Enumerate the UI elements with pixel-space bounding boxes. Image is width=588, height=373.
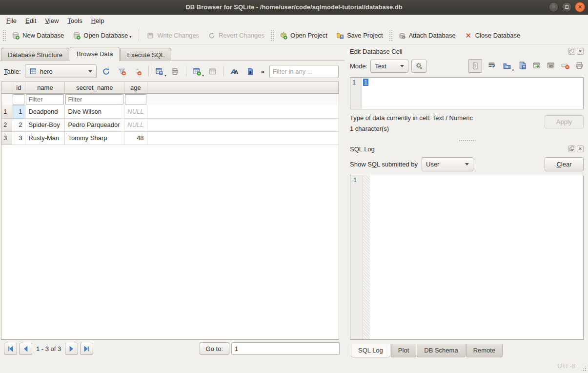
- print-button[interactable]: [169, 65, 181, 77]
- row-number[interactable]: 3: [1, 131, 12, 145]
- apply-button[interactable]: Apply: [545, 115, 584, 128]
- log-content[interactable]: [370, 175, 583, 339]
- delete-record-button[interactable]: [207, 65, 219, 77]
- export-data-button[interactable]: [518, 61, 527, 71]
- encoding-indicator[interactable]: UTF-8: [557, 362, 575, 370]
- corner-header[interactable]: [1, 82, 12, 93]
- revert-changes-button[interactable]: Revert Changes: [203, 29, 269, 42]
- mode-select[interactable]: Text: [370, 60, 408, 73]
- table-select[interactable]: hero: [25, 64, 97, 78]
- cell-name[interactable]: Spider-Boy: [25, 118, 65, 131]
- cell-secret-name[interactable]: Dive Wilson: [65, 105, 124, 118]
- row-number[interactable]: 2: [1, 118, 12, 131]
- filter-input-id[interactable]: [13, 94, 24, 104]
- goto-button[interactable]: Go to:: [200, 342, 229, 355]
- new-database-button[interactable]: New Database: [7, 29, 68, 42]
- filter-input-secret-name[interactable]: [65, 94, 123, 104]
- auto-switch-mode-button[interactable]: [411, 60, 426, 73]
- tab-plot[interactable]: Plot: [391, 344, 416, 357]
- import-data-button[interactable]: ▾: [501, 60, 513, 72]
- cell-secret-name[interactable]: Tommy Sharp: [65, 131, 124, 145]
- cell-age[interactable]: 48: [124, 131, 147, 145]
- float-panel-icon[interactable]: [568, 145, 575, 152]
- print-cell-button[interactable]: [575, 61, 584, 71]
- menu-edit[interactable]: Edit: [21, 16, 41, 26]
- insert-record-button[interactable]: ▾: [191, 65, 203, 77]
- float-panel-icon[interactable]: [568, 48, 575, 55]
- close-button[interactable]: ✕: [575, 2, 585, 12]
- next-page-button[interactable]: [65, 343, 78, 355]
- menu-tools[interactable]: Tools: [63, 16, 86, 26]
- export-table-button[interactable]: ▾: [154, 65, 165, 77]
- clear-log-button[interactable]: Clear: [545, 157, 584, 171]
- filter-any-input[interactable]: [269, 65, 339, 78]
- tab-execute-sql[interactable]: Execute SQL: [120, 48, 171, 61]
- toolbar-handle[interactable]: [270, 30, 274, 41]
- cell-editor[interactable]: 1 1: [350, 77, 584, 109]
- panel-splitter[interactable]: [350, 138, 584, 144]
- first-page-button[interactable]: [4, 343, 17, 355]
- row-number[interactable]: 1: [1, 105, 12, 118]
- word-wrap-button[interactable]: [487, 61, 496, 71]
- last-page-button[interactable]: [80, 343, 93, 355]
- cell-name[interactable]: Deadpond: [25, 105, 65, 118]
- menu-help[interactable]: Help: [87, 16, 109, 26]
- editor-content[interactable]: 1: [362, 78, 583, 109]
- chevron-down-icon: [400, 65, 404, 67]
- column-header-name[interactable]: name: [25, 82, 65, 93]
- tab-database-structure[interactable]: Database Structure: [1, 48, 69, 61]
- encoding-button[interactable]: a: [244, 65, 256, 77]
- cell-name[interactable]: Rusty-Man: [25, 131, 65, 145]
- refresh-button[interactable]: [101, 65, 112, 77]
- cell-age[interactable]: NULL: [124, 118, 147, 131]
- sql-log-view[interactable]: 1: [350, 175, 584, 340]
- minimize-button[interactable]: −: [548, 2, 559, 12]
- menu-file[interactable]: File: [2, 16, 21, 26]
- text-mode-button[interactable]: [468, 59, 482, 73]
- filter-input-name[interactable]: [26, 94, 64, 104]
- clear-sorting-button[interactable]: [132, 65, 143, 77]
- cell-id[interactable]: 3: [12, 131, 25, 145]
- filter-input-age[interactable]: [125, 94, 146, 104]
- maximize-button[interactable]: [562, 2, 572, 12]
- tab-remote[interactable]: Remote: [466, 344, 503, 357]
- clear-filters-button[interactable]: [116, 65, 128, 77]
- set-null-button[interactable]: [561, 61, 569, 71]
- copy-link-button[interactable]: [547, 61, 555, 71]
- tab-browse-data[interactable]: Browse Data: [70, 47, 120, 61]
- menu-view[interactable]: View: [41, 16, 63, 26]
- open-database-button[interactable]: Open Database ▾: [68, 29, 136, 42]
- open-project-button[interactable]: Open Project: [275, 29, 332, 42]
- write-changes-icon: [146, 32, 154, 40]
- close-database-button[interactable]: ✕ Close Database: [460, 29, 525, 42]
- save-project-button[interactable]: Save Project: [332, 29, 387, 42]
- attach-database-button[interactable]: Attach Database: [394, 29, 460, 42]
- column-header-id[interactable]: id: [12, 82, 25, 93]
- column-header-secret-name[interactable]: secret_name: [65, 82, 124, 93]
- open-in-app-button[interactable]: [532, 61, 541, 71]
- tab-sql-log[interactable]: SQL Log: [351, 344, 390, 357]
- toolbar-handle[interactable]: [2, 30, 6, 41]
- new-database-label: New Database: [22, 32, 64, 39]
- close-panel-icon[interactable]: ✕: [577, 145, 584, 152]
- export-table-icon: [155, 67, 163, 76]
- edit-display-format-button[interactable]: AA: [229, 65, 241, 77]
- column-header-age[interactable]: age: [124, 82, 147, 93]
- tab-db-schema[interactable]: DB Schema: [417, 344, 465, 357]
- open-database-dropdown-icon[interactable]: ▾: [129, 35, 131, 39]
- cell-age[interactable]: NULL: [124, 105, 147, 118]
- font-format-icon: AA: [230, 67, 239, 76]
- goto-input[interactable]: [231, 342, 340, 355]
- cell-id[interactable]: 1: [12, 105, 25, 118]
- previous-page-button[interactable]: [19, 343, 32, 355]
- toolbar-overflow-chevron[interactable]: »: [261, 68, 264, 75]
- resize-grip-icon[interactable]: [581, 366, 587, 372]
- close-panel-icon[interactable]: ✕: [577, 48, 584, 55]
- toolbar-handle[interactable]: [389, 30, 392, 41]
- table-icon: [29, 67, 37, 75]
- cell-id[interactable]: 2: [12, 118, 25, 131]
- submitted-by-select[interactable]: User: [422, 157, 473, 171]
- write-changes-button[interactable]: Write Changes: [142, 29, 203, 42]
- cell-secret-name[interactable]: Pedro Parqueador: [65, 118, 124, 131]
- close-database-icon: ✕: [465, 31, 472, 40]
